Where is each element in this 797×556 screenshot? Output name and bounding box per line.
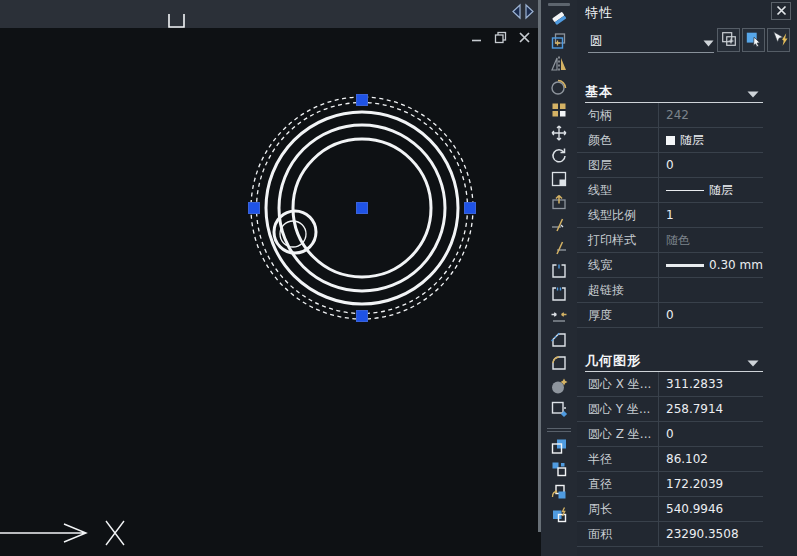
quick-select-button[interactable] — [767, 28, 790, 52]
lineweight-sample — [666, 264, 704, 267]
property-row[interactable]: 线宽 0.30 mm — [577, 253, 763, 278]
property-row[interactable]: 直径 172.2039 — [577, 472, 763, 497]
toolbar-grab-handle[interactable] — [548, 3, 570, 6]
chevron-down-icon — [703, 32, 714, 51]
group-edit-button[interactable] — [546, 507, 572, 527]
break-at-point-button[interactable] — [546, 263, 572, 283]
explode-button[interactable] — [546, 401, 572, 421]
fillet-button[interactable] — [546, 355, 572, 375]
close-window-icon[interactable] — [516, 29, 533, 46]
property-row[interactable]: 周长 540.9946 — [577, 497, 763, 522]
object-type-select[interactable]: 圆 — [588, 30, 714, 53]
mirror-button[interactable] — [546, 56, 572, 76]
join-button[interactable] — [546, 309, 572, 329]
minimize-icon[interactable] — [468, 29, 485, 46]
group-icon — [549, 436, 569, 460]
scale-button[interactable] — [546, 171, 572, 191]
panel-section: 几何图形 圆心 X 坐... 311.2833圆心 Y 坐... 258.791… — [577, 351, 763, 547]
property-row[interactable]: 厚度 0 — [577, 303, 763, 328]
object-selector-row: 圆 — [577, 28, 797, 58]
chamfer-icon — [549, 330, 569, 354]
property-row[interactable]: 半径 86.102 — [577, 447, 763, 472]
property-row[interactable]: 圆心 X 坐... 311.2833 — [577, 372, 763, 397]
property-row[interactable]: 超链接 — [577, 278, 763, 303]
chamfer-button[interactable] — [546, 332, 572, 352]
property-label: 图层 — [577, 153, 659, 177]
section-title: 基本 — [585, 83, 613, 101]
property-label: 打印样式 — [577, 228, 659, 252]
sphere-icon — [549, 376, 569, 400]
grip[interactable] — [357, 203, 368, 214]
select-objects-icon — [745, 30, 763, 51]
array-icon — [549, 100, 569, 124]
ungroup-icon — [549, 459, 569, 483]
grip[interactable] — [357, 95, 368, 106]
group-button[interactable] — [546, 438, 572, 458]
property-row[interactable]: 打印样式 随色 — [577, 228, 763, 253]
select-objects-button[interactable] — [742, 28, 765, 52]
drawing-area[interactable] — [0, 0, 538, 556]
property-value: 0 — [666, 158, 674, 172]
property-label: 超链接 — [577, 278, 659, 302]
scale-icon — [549, 169, 569, 193]
property-row[interactable]: 面积 23290.3508 — [577, 522, 763, 547]
property-row[interactable]: 句柄 242 — [577, 103, 763, 128]
toggle-pickadd-button[interactable] — [717, 28, 740, 52]
cad-application: 特性 圆 — [0, 0, 797, 556]
linetype-sample — [666, 190, 704, 191]
erase-icon — [549, 8, 569, 32]
property-row[interactable]: 线型 随层 — [577, 178, 763, 203]
properties-list: 基本 句柄 242颜色 随层图层 0线型 随层线型比例 1打印样式 随色线宽 0… — [577, 82, 763, 547]
move-icon — [549, 123, 569, 147]
property-value: 随层 — [709, 182, 733, 199]
section-header-1[interactable]: 几何图形 — [585, 351, 763, 372]
mirror-icon — [549, 54, 569, 78]
rotate-icon — [549, 146, 569, 170]
modify-toolbar — [541, 0, 577, 556]
trim-button[interactable] — [546, 217, 572, 237]
property-label: 半径 — [577, 447, 659, 471]
collapse-icon — [747, 352, 763, 371]
rotate-button[interactable] — [546, 148, 572, 168]
property-row[interactable]: 圆心 Y 坐... 258.7914 — [577, 397, 763, 422]
sphere-button[interactable] — [546, 378, 572, 398]
property-label: 圆心 Z 坐... — [577, 422, 659, 446]
erase-button[interactable] — [546, 10, 572, 30]
add-to-group-button[interactable] — [546, 484, 572, 504]
grip[interactable] — [357, 311, 368, 322]
restore-icon[interactable] — [492, 29, 509, 46]
collapse-icon — [747, 83, 763, 102]
close-panel-button[interactable] — [771, 2, 791, 20]
ucs-icon — [0, 521, 124, 545]
trim-icon — [549, 215, 569, 239]
ungroup-button[interactable] — [546, 461, 572, 481]
panel-title: 特性 — [585, 4, 613, 22]
add-to-group-icon — [549, 482, 569, 506]
property-row[interactable]: 线型比例 1 — [577, 203, 763, 228]
move-button[interactable] — [546, 125, 572, 145]
property-label: 句柄 — [577, 103, 659, 127]
stretch-button[interactable] — [546, 194, 572, 214]
extend-icon — [549, 238, 569, 262]
property-value: 随色 — [666, 232, 690, 249]
stretch-icon — [549, 192, 569, 216]
property-value: 随层 — [680, 132, 704, 149]
property-row[interactable]: 颜色 随层 — [577, 128, 763, 153]
copy-button[interactable] — [546, 33, 572, 53]
array-button[interactable] — [546, 102, 572, 122]
grip[interactable] — [249, 203, 260, 214]
extend-button[interactable] — [546, 240, 572, 260]
break-at-point-icon — [549, 261, 569, 285]
property-row[interactable]: 圆心 Z 坐... 0 — [577, 422, 763, 447]
quick-select-icon — [770, 30, 788, 51]
offset-button[interactable] — [546, 79, 572, 99]
drawing-viewport[interactable] — [0, 0, 538, 556]
toggle-pickadd-icon — [720, 30, 738, 51]
break-button[interactable] — [546, 286, 572, 306]
toolbar-separator — [547, 428, 571, 432]
grip[interactable] — [465, 203, 476, 214]
section-title: 几何图形 — [585, 352, 641, 370]
property-row[interactable]: 图层 0 — [577, 153, 763, 178]
color-swatch — [666, 136, 675, 145]
section-header-0[interactable]: 基本 — [585, 82, 763, 103]
